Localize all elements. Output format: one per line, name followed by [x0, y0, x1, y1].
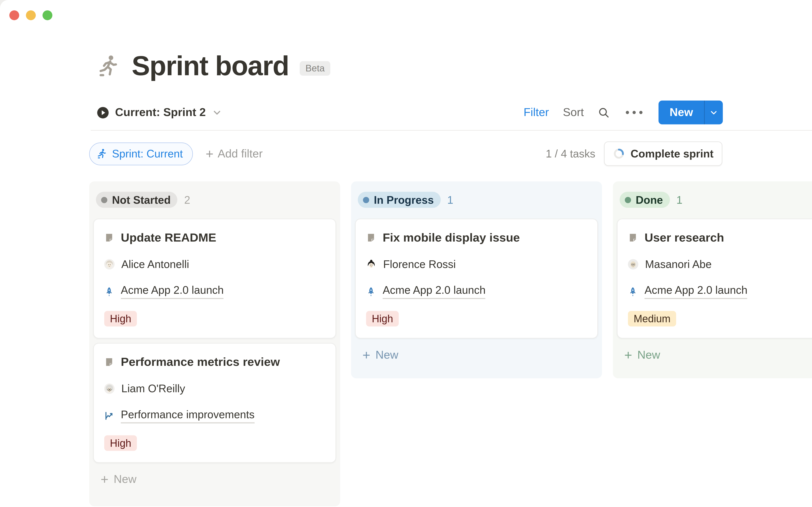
column-header: Not Started 2 [96, 192, 336, 208]
play-circle-icon [96, 106, 109, 119]
notion-window: Sprint board Beta Current: Sprint 2 Filt… [0, 0, 812, 507]
filter-bar: Sprint: Current + Add filter 1 / 4 tasks… [89, 142, 722, 165]
page-icon [104, 357, 114, 367]
page-icon [366, 232, 376, 242]
beta-badge: Beta [300, 61, 330, 75]
status-label: Done [636, 193, 663, 206]
task-card[interactable]: Fix mobile display issue Florence Rossi … [355, 219, 598, 338]
sort-button[interactable]: Sort [563, 106, 584, 119]
priority-badge: Medium [628, 311, 676, 327]
chevron-down-icon [710, 109, 718, 116]
column-count: 1 [676, 193, 683, 206]
complete-sprint-label: Complete sprint [631, 148, 713, 160]
new-button[interactable]: New [658, 101, 723, 124]
toolbar-divider [91, 130, 812, 130]
page-icon [104, 232, 114, 242]
add-card-button[interactable]: + New [617, 347, 812, 363]
add-card-label: New [637, 348, 660, 362]
filter-bar-left: Sprint: Current + Add filter [89, 142, 263, 165]
minimize-button[interactable] [26, 10, 36, 20]
column-not-started: Not Started 2 Update README Alice Antone… [89, 181, 340, 506]
add-filter-label: Add filter [218, 147, 263, 160]
board-toolbar: Current: Sprint 2 Filter Sort New [96, 101, 723, 124]
status-dot [363, 197, 369, 203]
sprint-filter-label: Sprint: Current [112, 148, 183, 160]
task-card[interactable]: User research Masanori Abe Acme App 2.0 … [617, 219, 812, 338]
status-label: Not Started [112, 193, 171, 206]
rocket-icon [366, 287, 376, 296]
card-title: User research [645, 230, 724, 245]
project-link[interactable]: Acme App 2.0 launch [645, 284, 748, 299]
status-pill-not-started[interactable]: Not Started [96, 192, 177, 208]
assignee-name: Masanori Abe [645, 258, 712, 271]
priority-badge: High [104, 311, 137, 327]
chevron-down-icon [213, 108, 221, 117]
task-card[interactable]: Update README Alice Antonelli Acme App 2… [93, 219, 336, 338]
priority-badge: High [366, 311, 399, 327]
plus-icon: + [363, 348, 370, 362]
page-icon [628, 232, 638, 242]
column-header: Done 1 [619, 192, 812, 208]
column-count: 1 [447, 193, 453, 206]
search-icon[interactable] [598, 107, 610, 118]
status-pill-done[interactable]: Done [619, 192, 670, 208]
status-label: In Progress [374, 193, 434, 206]
add-filter-button[interactable]: + Add filter [206, 147, 263, 160]
status-pill-in-progress[interactable]: In Progress [358, 192, 440, 208]
chart-increasing-icon [104, 411, 114, 421]
plus-icon: + [624, 348, 632, 362]
assignee-name: Florence Rossi [383, 258, 456, 271]
page-header: Sprint board Beta [96, 50, 330, 81]
project-link[interactable]: Acme App 2.0 launch [383, 284, 486, 299]
new-button-caret[interactable] [705, 109, 723, 116]
add-card-button[interactable]: + New [355, 347, 598, 363]
view-switcher[interactable]: Current: Sprint 2 [96, 106, 221, 119]
runner-icon [96, 54, 120, 77]
rocket-icon [104, 287, 114, 296]
avatar [104, 384, 115, 394]
column-done: Done 1 User research Masanori Abe [613, 181, 812, 378]
project-link[interactable]: Acme App 2.0 launch [121, 284, 224, 299]
complete-sprint-button[interactable]: Complete sprint [604, 142, 722, 166]
sprint-filter-chip[interactable]: Sprint: Current [89, 142, 193, 165]
rocket-icon [628, 287, 638, 296]
card-title: Fix mobile display issue [383, 230, 520, 245]
ellipsis-menu-icon[interactable] [624, 107, 645, 118]
toolbar-actions: Filter Sort New [524, 101, 723, 124]
avatar [104, 259, 115, 270]
column-header: In Progress 1 [358, 192, 598, 208]
zoom-button[interactable] [43, 10, 52, 20]
project-link[interactable]: Performance improvements [121, 408, 254, 423]
plus-icon: + [101, 472, 108, 486]
page-title: Sprint board [132, 50, 289, 81]
add-card-label: New [376, 348, 398, 362]
avatar [628, 259, 638, 270]
task-card[interactable]: Performance metrics review Liam O'Reilly… [93, 343, 336, 463]
close-button[interactable] [9, 10, 19, 20]
filter-bar-right: 1 / 4 tasks Complete sprint [546, 142, 722, 166]
status-dot [625, 197, 631, 203]
filter-button[interactable]: Filter [524, 106, 549, 119]
column-in-progress: In Progress 1 Fix mobile display issue F… [351, 181, 602, 378]
add-card-label: New [114, 472, 137, 486]
view-label: Current: Sprint 2 [115, 106, 206, 119]
new-button-label: New [658, 106, 704, 119]
runner-icon [96, 148, 107, 159]
assignee-name: Liam O'Reilly [121, 383, 185, 395]
status-dot [101, 197, 107, 203]
task-progress-label: 1 / 4 tasks [546, 148, 595, 160]
card-title: Update README [121, 230, 216, 245]
window-controls [9, 10, 52, 20]
add-card-button[interactable]: + New [93, 471, 336, 487]
progress-ring-icon [613, 148, 625, 160]
card-title: Performance metrics review [121, 354, 280, 369]
assignee-name: Alice Antonelli [121, 258, 189, 271]
column-count: 2 [184, 193, 190, 206]
priority-badge: High [104, 435, 137, 451]
avatar [366, 259, 376, 270]
plus-icon: + [206, 147, 213, 160]
